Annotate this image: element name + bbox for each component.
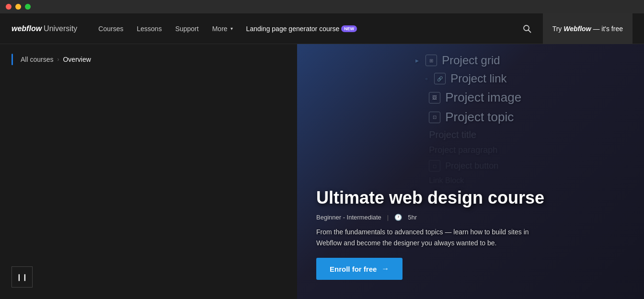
hero-description: From the fundamentals to advanced topics… — [316, 227, 546, 248]
panel-item-0: ▸ ⊞ Project grid — [415, 54, 630, 67]
search-icon — [523, 24, 531, 33]
hero-meta: Beginner - Intermediate | 🕐 5hr — [316, 214, 644, 221]
nav-right: Try Webflow — it's free — [519, 13, 632, 44]
hero-level: Beginner - Intermediate — [316, 214, 381, 221]
nav-lessons[interactable]: Lessons — [131, 21, 167, 36]
main-content: All courses › Overview ❙❙ ▸ ⊞ Project gr… — [0, 44, 644, 299]
panel-item-5: Project paragraph — [415, 145, 630, 155]
breadcrumb: All courses › Overview — [21, 54, 91, 65]
navbar: webflow University Courses Lessons Suppo… — [0, 13, 644, 44]
panel-item-6: ◻ Project button — [415, 160, 630, 172]
clock-icon: 🕐 — [394, 214, 402, 221]
left-panel: All courses › Overview ❙❙ — [0, 44, 297, 299]
titlebar — [0, 0, 644, 13]
minimize-button[interactable] — [15, 4, 21, 10]
nav-more[interactable]: More ▾ — [207, 21, 239, 36]
logo-university: University — [44, 24, 77, 33]
nav-courses[interactable]: Courses — [92, 21, 129, 36]
panel-icon-0: ⊞ — [426, 55, 437, 66]
try-prefix: Try — [552, 25, 562, 33]
panel-item-4: Project title — [415, 129, 630, 140]
new-badge: NEW — [341, 25, 357, 32]
try-brand: Webflow — [564, 25, 591, 33]
panel-icon-3: ⊡ — [429, 112, 440, 123]
panel-item-3: ⊡ Project topic — [415, 110, 630, 125]
breadcrumb-current: Overview — [63, 56, 91, 63]
hero-content: Ultimate web design course Beginner - In… — [316, 187, 644, 280]
meta-separator: | — [387, 214, 389, 221]
close-button[interactable] — [6, 4, 12, 10]
enroll-label: Enroll for free — [330, 265, 377, 273]
svg-line-1 — [528, 30, 530, 32]
pause-button[interactable]: ❙❙ — [12, 266, 33, 288]
nav-highlight-link[interactable]: Landing page generator course NEW — [241, 21, 363, 36]
panel-icon-1: 🔗 — [434, 73, 446, 84]
chevron-down-icon: ▾ — [230, 26, 233, 31]
panel-item-1: ◦ 🔗 Project link — [415, 72, 630, 85]
breadcrumb-all-courses[interactable]: All courses — [21, 56, 53, 63]
try-suffix: — it's free — [593, 25, 623, 33]
highlight-link-label: Landing page generator course — [246, 25, 340, 33]
logo[interactable]: webflow University — [12, 24, 77, 33]
arrow-icon: → — [381, 264, 389, 273]
panel-item-7: Link Block — [415, 176, 630, 185]
search-button[interactable] — [519, 21, 535, 37]
panel-item-2: 🖼 Project image — [415, 90, 630, 105]
pause-icon: ❙❙ — [16, 273, 28, 281]
right-panel: ▸ ⊞ Project grid ◦ 🔗 Project link 🖼 Proj… — [297, 44, 644, 299]
maximize-button[interactable] — [25, 4, 31, 10]
enroll-button[interactable]: Enroll for free → — [316, 258, 402, 280]
hero-title: Ultimate web design course — [316, 187, 644, 208]
breadcrumb-wrapper: All courses › Overview — [12, 54, 286, 65]
panel-icon-2: 🖼 — [429, 92, 440, 104]
logo-webflow: webflow — [12, 24, 42, 33]
try-webflow-button[interactable]: Try Webflow — it's free — [543, 13, 632, 44]
breadcrumb-accent — [12, 54, 13, 65]
nav-support[interactable]: Support — [170, 21, 205, 36]
hero-duration: 5hr — [408, 214, 417, 221]
panel-icon-6: ◻ — [429, 160, 440, 172]
breadcrumb-separator: › — [57, 56, 59, 63]
nav-links: Courses Lessons Support More ▾ Landing p… — [92, 21, 518, 36]
